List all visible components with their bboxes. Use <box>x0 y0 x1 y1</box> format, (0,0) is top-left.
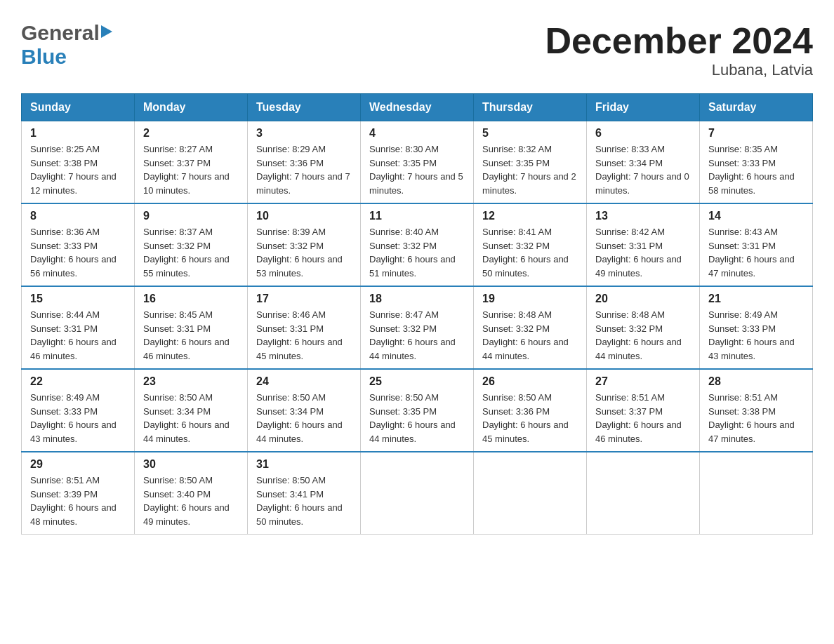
logo-general-text: General <box>21 21 100 45</box>
table-row <box>361 452 474 535</box>
day-number: 20 <box>595 293 691 305</box>
page-header: General Blue December 2024 Lubana, Latvi… <box>21 21 813 79</box>
title-block: December 2024 Lubana, Latvia <box>545 21 813 79</box>
day-info: Sunrise: 8:29 AMSunset: 3:36 PMDaylight:… <box>256 142 352 197</box>
table-row: 27Sunrise: 8:51 AMSunset: 3:37 PMDayligh… <box>587 369 700 452</box>
day-number: 27 <box>595 375 691 388</box>
table-row: 28Sunrise: 8:51 AMSunset: 3:38 PMDayligh… <box>700 369 813 452</box>
calendar-week-row: 1Sunrise: 8:25 AMSunset: 3:38 PMDaylight… <box>22 121 813 204</box>
day-number: 30 <box>143 458 239 471</box>
day-info: Sunrise: 8:49 AMSunset: 3:33 PMDaylight:… <box>708 308 804 363</box>
day-number: 6 <box>595 127 691 140</box>
day-number: 12 <box>482 210 578 222</box>
table-row: 1Sunrise: 8:25 AMSunset: 3:38 PMDaylight… <box>22 121 135 204</box>
table-row: 7Sunrise: 8:35 AMSunset: 3:33 PMDaylight… <box>700 121 813 204</box>
day-info: Sunrise: 8:27 AMSunset: 3:37 PMDaylight:… <box>143 142 239 197</box>
day-info: Sunrise: 8:32 AMSunset: 3:35 PMDaylight:… <box>482 142 578 197</box>
day-info: Sunrise: 8:50 AMSunset: 3:40 PMDaylight:… <box>143 474 239 528</box>
day-number: 18 <box>369 293 465 305</box>
table-row: 30Sunrise: 8:50 AMSunset: 3:40 PMDayligh… <box>135 452 248 535</box>
day-info: Sunrise: 8:50 AMSunset: 3:34 PMDaylight:… <box>143 391 239 445</box>
day-info: Sunrise: 8:48 AMSunset: 3:32 PMDaylight:… <box>595 308 691 363</box>
day-info: Sunrise: 8:50 AMSunset: 3:36 PMDaylight:… <box>482 391 578 445</box>
table-row: 14Sunrise: 8:43 AMSunset: 3:31 PMDayligh… <box>700 203 813 286</box>
day-number: 24 <box>256 375 352 388</box>
calendar-week-row: 29Sunrise: 8:51 AMSunset: 3:39 PMDayligh… <box>22 452 813 535</box>
day-number: 2 <box>143 127 239 140</box>
day-info: Sunrise: 8:45 AMSunset: 3:31 PMDaylight:… <box>143 308 239 363</box>
col-saturday: Saturday <box>700 94 813 121</box>
day-info: Sunrise: 8:48 AMSunset: 3:32 PMDaylight:… <box>482 308 578 363</box>
day-number: 29 <box>30 458 126 471</box>
table-row: 10Sunrise: 8:39 AMSunset: 3:32 PMDayligh… <box>248 203 361 286</box>
day-info: Sunrise: 8:39 AMSunset: 3:32 PMDaylight:… <box>256 225 352 280</box>
col-tuesday: Tuesday <box>248 94 361 121</box>
day-info: Sunrise: 8:46 AMSunset: 3:31 PMDaylight:… <box>256 308 352 363</box>
day-info: Sunrise: 8:41 AMSunset: 3:32 PMDaylight:… <box>482 225 578 280</box>
day-number: 25 <box>369 375 465 388</box>
day-info: Sunrise: 8:44 AMSunset: 3:31 PMDaylight:… <box>30 308 126 363</box>
table-row: 3Sunrise: 8:29 AMSunset: 3:36 PMDaylight… <box>248 121 361 204</box>
logo: General Blue <box>21 21 112 69</box>
calendar-week-row: 8Sunrise: 8:36 AMSunset: 3:33 PMDaylight… <box>22 203 813 286</box>
table-row: 16Sunrise: 8:45 AMSunset: 3:31 PMDayligh… <box>135 286 248 369</box>
day-number: 7 <box>708 127 804 140</box>
day-number: 14 <box>708 210 804 222</box>
day-info: Sunrise: 8:47 AMSunset: 3:32 PMDaylight:… <box>369 308 465 363</box>
day-info: Sunrise: 8:51 AMSunset: 3:37 PMDaylight:… <box>595 391 691 445</box>
calendar-table: Sunday Monday Tuesday Wednesday Thursday… <box>21 93 813 535</box>
table-row: 17Sunrise: 8:46 AMSunset: 3:31 PMDayligh… <box>248 286 361 369</box>
calendar-week-row: 22Sunrise: 8:49 AMSunset: 3:33 PMDayligh… <box>22 369 813 452</box>
page-title: December 2024 <box>545 21 813 61</box>
day-info: Sunrise: 8:51 AMSunset: 3:39 PMDaylight:… <box>30 474 126 528</box>
logo-arrow-icon <box>101 25 112 38</box>
day-number: 28 <box>708 375 804 388</box>
table-row: 15Sunrise: 8:44 AMSunset: 3:31 PMDayligh… <box>22 286 135 369</box>
day-info: Sunrise: 8:49 AMSunset: 3:33 PMDaylight:… <box>30 391 126 445</box>
table-row: 2Sunrise: 8:27 AMSunset: 3:37 PMDaylight… <box>135 121 248 204</box>
day-number: 4 <box>369 127 465 140</box>
table-row: 23Sunrise: 8:50 AMSunset: 3:34 PMDayligh… <box>135 369 248 452</box>
calendar-header-row: Sunday Monday Tuesday Wednesday Thursday… <box>22 94 813 121</box>
table-row <box>587 452 700 535</box>
day-number: 3 <box>256 127 352 140</box>
table-row: 29Sunrise: 8:51 AMSunset: 3:39 PMDayligh… <box>22 452 135 535</box>
day-info: Sunrise: 8:35 AMSunset: 3:33 PMDaylight:… <box>708 142 804 197</box>
day-info: Sunrise: 8:50 AMSunset: 3:34 PMDaylight:… <box>256 391 352 445</box>
page-subtitle: Lubana, Latvia <box>545 61 813 79</box>
day-number: 17 <box>256 293 352 305</box>
day-info: Sunrise: 8:50 AMSunset: 3:41 PMDaylight:… <box>256 474 352 528</box>
table-row: 18Sunrise: 8:47 AMSunset: 3:32 PMDayligh… <box>361 286 474 369</box>
table-row: 22Sunrise: 8:49 AMSunset: 3:33 PMDayligh… <box>22 369 135 452</box>
day-info: Sunrise: 8:36 AMSunset: 3:33 PMDaylight:… <box>30 225 126 280</box>
table-row: 24Sunrise: 8:50 AMSunset: 3:34 PMDayligh… <box>248 369 361 452</box>
day-number: 23 <box>143 375 239 388</box>
day-number: 9 <box>143 210 239 222</box>
day-number: 26 <box>482 375 578 388</box>
calendar-week-row: 15Sunrise: 8:44 AMSunset: 3:31 PMDayligh… <box>22 286 813 369</box>
table-row: 19Sunrise: 8:48 AMSunset: 3:32 PMDayligh… <box>474 286 587 369</box>
day-number: 31 <box>256 458 352 471</box>
day-info: Sunrise: 8:33 AMSunset: 3:34 PMDaylight:… <box>595 142 691 197</box>
day-info: Sunrise: 8:25 AMSunset: 3:38 PMDaylight:… <box>30 142 126 197</box>
day-info: Sunrise: 8:51 AMSunset: 3:38 PMDaylight:… <box>708 391 804 445</box>
table-row: 25Sunrise: 8:50 AMSunset: 3:35 PMDayligh… <box>361 369 474 452</box>
table-row: 6Sunrise: 8:33 AMSunset: 3:34 PMDaylight… <box>587 121 700 204</box>
day-number: 16 <box>143 293 239 305</box>
col-monday: Monday <box>135 94 248 121</box>
table-row: 8Sunrise: 8:36 AMSunset: 3:33 PMDaylight… <box>22 203 135 286</box>
day-number: 1 <box>30 127 126 140</box>
table-row: 21Sunrise: 8:49 AMSunset: 3:33 PMDayligh… <box>700 286 813 369</box>
table-row: 13Sunrise: 8:42 AMSunset: 3:31 PMDayligh… <box>587 203 700 286</box>
col-sunday: Sunday <box>22 94 135 121</box>
day-number: 10 <box>256 210 352 222</box>
day-number: 22 <box>30 375 126 388</box>
day-number: 13 <box>595 210 691 222</box>
table-row <box>700 452 813 535</box>
table-row: 12Sunrise: 8:41 AMSunset: 3:32 PMDayligh… <box>474 203 587 286</box>
table-row <box>474 452 587 535</box>
table-row: 20Sunrise: 8:48 AMSunset: 3:32 PMDayligh… <box>587 286 700 369</box>
table-row: 4Sunrise: 8:30 AMSunset: 3:35 PMDaylight… <box>361 121 474 204</box>
table-row: 26Sunrise: 8:50 AMSunset: 3:36 PMDayligh… <box>474 369 587 452</box>
col-friday: Friday <box>587 94 700 121</box>
